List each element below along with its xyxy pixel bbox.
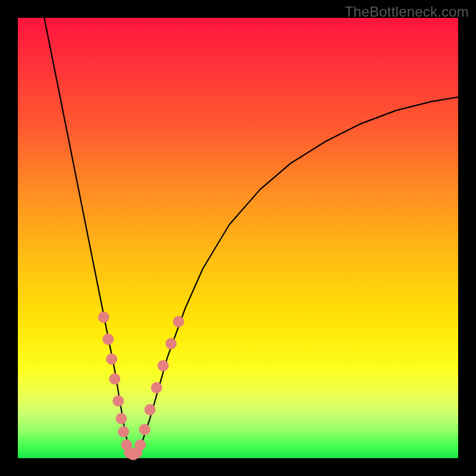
data-marker: [118, 427, 129, 437]
data-marker: [107, 354, 117, 365]
data-marker: [151, 383, 162, 393]
data-marker: [103, 334, 114, 345]
data-marker: [166, 339, 177, 349]
plot-area: [18, 18, 458, 458]
data-marker: [116, 413, 127, 424]
data-markers: [98, 312, 184, 460]
curve-layer: [18, 18, 458, 458]
chart-frame: TheBottleneck.com: [0, 0, 476, 476]
bottleneck-curve: [44, 18, 458, 454]
data-marker: [98, 312, 109, 322]
data-marker: [173, 317, 184, 327]
watermark-text: TheBottleneck.com: [345, 4, 469, 20]
data-marker: [135, 440, 146, 450]
data-marker: [109, 374, 120, 384]
data-marker: [139, 424, 150, 435]
data-marker: [113, 396, 124, 406]
data-marker: [145, 405, 155, 415]
data-marker: [158, 361, 168, 371]
